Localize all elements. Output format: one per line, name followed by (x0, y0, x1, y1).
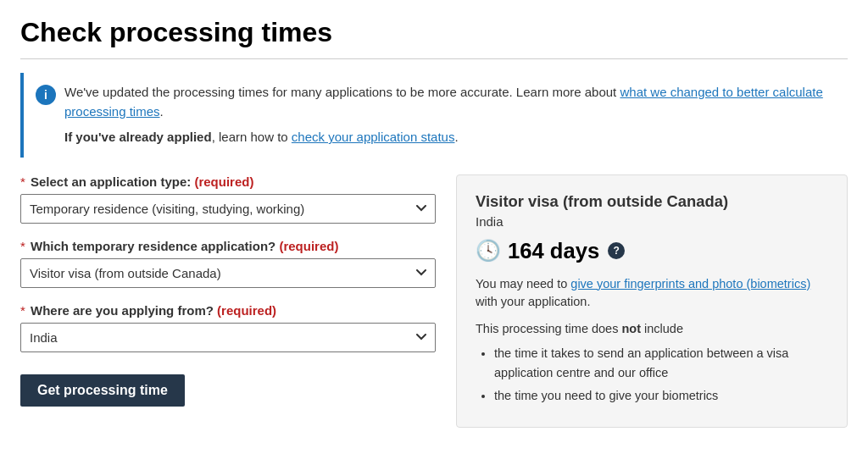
title-divider (20, 58, 848, 59)
result-days-row: 🕓 164 days ? (476, 239, 828, 263)
residence-type-group: * Which temporary residence application?… (20, 239, 436, 288)
result-visa-title: Visitor visa (from outside Canada) (476, 192, 828, 211)
country-select[interactable]: India China United States Philippines Pa… (20, 323, 436, 352)
application-type-select[interactable]: Temporary residence (visiting, studying,… (20, 194, 436, 224)
residence-type-select[interactable]: Visitor visa (from outside Canada) Study… (20, 258, 436, 288)
result-card: Visitor visa (from outside Canada) India… (456, 174, 848, 428)
info-second-line: If you've already applied, learn how to … (64, 128, 836, 147)
info-text-part1: We've updated the processing times for m… (64, 85, 620, 99)
clock-icon: 🕓 (476, 239, 501, 263)
application-type-label: * Select an application type: (required) (20, 174, 436, 189)
field3-label-text: Where are you applying from? (31, 303, 214, 318)
not-include-prefix: This processing time does (476, 322, 621, 335)
form-section: * Select an application type: (required)… (20, 174, 436, 407)
already-applied-text: If you've already applied (64, 130, 212, 144)
info-banner-text: We've updated the processing times for m… (64, 83, 836, 147)
info-text-period: . (160, 104, 164, 119)
help-icon[interactable]: ? (608, 242, 625, 259)
info-suffix: . (454, 130, 458, 144)
field1-required: (required) (194, 174, 253, 189)
content-area: * Select an application type: (required)… (20, 174, 848, 428)
result-country: India (476, 214, 828, 229)
exclusion-item-1: the time it takes to send an application… (494, 344, 828, 383)
field2-required: (required) (279, 239, 338, 253)
residence-type-label: * Which temporary residence application?… (20, 239, 436, 253)
not-include-note: This processing time does not include (476, 322, 828, 335)
result-days: 164 days (508, 239, 599, 263)
field3-asterisk: * (20, 303, 25, 318)
fingerprint-link[interactable]: give your fingerprints and photo (biomet… (570, 277, 810, 291)
fingerprint-prefix: You may need to (476, 277, 570, 291)
fingerprint-suffix: with your application. (476, 295, 590, 308)
get-processing-time-button[interactable]: Get processing time (20, 374, 185, 407)
field1-asterisk: * (20, 174, 25, 189)
info-icon: i (36, 85, 56, 105)
exclusion-list: the time it takes to send an application… (476, 344, 828, 407)
field2-asterisk: * (20, 239, 25, 253)
not-include-suffix: include (641, 322, 683, 335)
check-status-link[interactable]: check your application status (292, 130, 455, 144)
field3-required: (required) (217, 303, 276, 318)
application-type-group: * Select an application type: (required)… (20, 174, 436, 224)
page-title: Check processing times (20, 17, 848, 48)
field1-label-text: Select an application type: (31, 174, 191, 189)
country-group: * Where are you applying from? (required… (20, 303, 436, 352)
info-mid-text: , learn how to (212, 130, 292, 144)
not-bold: not (621, 322, 641, 335)
info-banner: i We've updated the processing times for… (20, 73, 848, 158)
fingerprint-note: You may need to give your fingerprints a… (476, 275, 828, 313)
country-label: * Where are you applying from? (required… (20, 303, 436, 318)
field2-label-text: Which temporary residence application? (31, 239, 275, 253)
exclusion-item-2: the time you need to give your biometric… (494, 386, 828, 406)
